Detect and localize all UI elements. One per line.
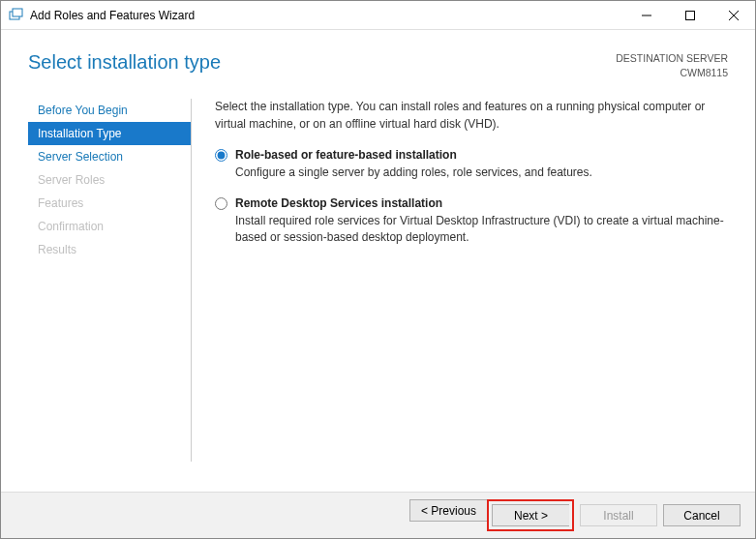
- option-remote-desktop[interactable]: Remote Desktop Services installation Ins…: [215, 196, 726, 246]
- sidebar-item-server-roles: Server Roles: [28, 168, 191, 192]
- sidebar-item-before-you-begin[interactable]: Before You Begin: [28, 99, 191, 122]
- window-controls: [624, 1, 755, 29]
- radio-remote-desktop[interactable]: [215, 197, 227, 210]
- option-remote-desktop-title: Remote Desktop Services installation: [235, 196, 726, 210]
- radio-role-based[interactable]: [215, 149, 227, 162]
- destination-block: DESTINATION SERVER CWM8115: [616, 51, 728, 79]
- sidebar-item-features: Features: [28, 192, 191, 215]
- previous-button[interactable]: < Previous: [409, 499, 487, 522]
- destination-server-name: CWM8115: [616, 66, 728, 80]
- next-button-highlight: Next >: [487, 499, 574, 531]
- cancel-button[interactable]: Cancel: [663, 504, 741, 526]
- page-title: Select installation type: [28, 51, 221, 74]
- intro-text: Select the installation type. You can in…: [215, 99, 726, 133]
- option-role-based-title: Role-based or feature-based installation: [235, 148, 592, 162]
- wizard-sidebar: Before You Begin Installation Type Serve…: [28, 89, 191, 462]
- content-area: Before You Begin Installation Type Serve…: [1, 89, 755, 462]
- header-area: Select installation type DESTINATION SER…: [1, 30, 755, 89]
- svg-rect-1: [13, 9, 22, 16]
- sidebar-item-server-selection[interactable]: Server Selection: [28, 145, 191, 168]
- sidebar-item-confirmation: Confirmation: [28, 215, 191, 238]
- title-bar: Add Roles and Features Wizard: [1, 1, 755, 30]
- option-role-based-desc: Configure a single server by adding role…: [235, 165, 592, 181]
- footer-bar: < Previous Next > Install Cancel: [1, 492, 755, 538]
- window-title: Add Roles and Features Wizard: [30, 9, 624, 22]
- maximize-button[interactable]: [668, 1, 711, 29]
- close-button[interactable]: [711, 1, 755, 29]
- option-role-based[interactable]: Role-based or feature-based installation…: [215, 148, 726, 181]
- next-button[interactable]: Next >: [492, 504, 569, 526]
- option-remote-desktop-desc: Install required role services for Virtu…: [235, 213, 726, 246]
- sidebar-item-results: Results: [28, 238, 191, 261]
- svg-rect-3: [685, 11, 694, 19]
- nav-button-group: < Previous Next >: [409, 499, 574, 531]
- sidebar-item-installation-type[interactable]: Installation Type: [28, 122, 191, 145]
- destination-label: DESTINATION SERVER: [616, 51, 728, 66]
- install-button: Install: [580, 504, 657, 526]
- main-panel: Select the installation type. You can in…: [192, 89, 755, 462]
- app-icon: [9, 8, 24, 23]
- minimize-button[interactable]: [624, 1, 668, 29]
